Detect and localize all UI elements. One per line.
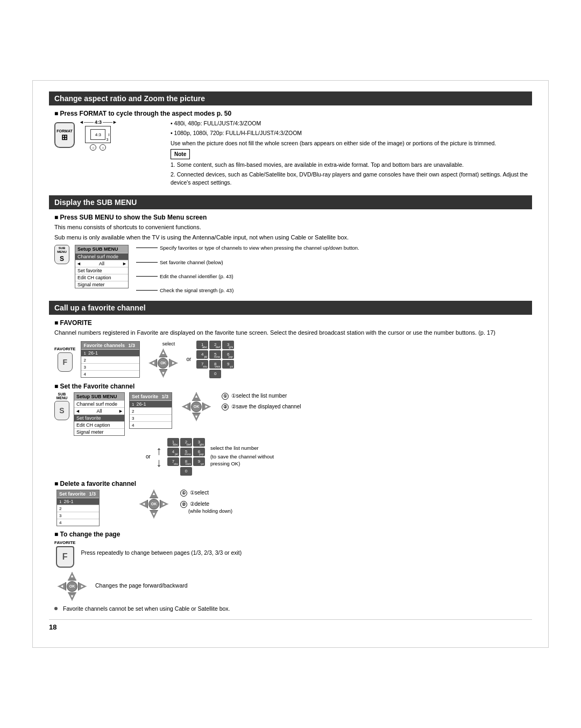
- dpad-up[interactable]: ▲: [159, 349, 167, 357]
- menu-item-channel-surf: Channel surf mode: [75, 253, 128, 260]
- section-aspect-ratio: Change aspect ratio and Zoom the picture…: [49, 91, 532, 188]
- ann1: Specify favorites or type of channels to…: [160, 245, 359, 251]
- set-fav-dpad[interactable]: ▲ ▼ ◄ ► OK: [182, 392, 211, 421]
- del-fav-dpad-up[interactable]: ▲: [150, 490, 158, 498]
- fav-remote: F: [58, 352, 73, 372]
- ann4: Check the signal strength (p. 43): [160, 287, 233, 293]
- fav-remote-label: FAVORITE: [54, 347, 75, 351]
- num-7[interactable]: 7stu: [196, 360, 208, 369]
- del-fav-box: Set favorite 1/3 126-1 2 3 4: [56, 490, 100, 526]
- del-fav-item-4: 4: [57, 519, 99, 526]
- del-step2: ② ②delete (while holding down): [180, 501, 232, 514]
- del-fav-box-header: Set favorite 1/3: [57, 490, 99, 498]
- num2-4[interactable]: 4jkl: [167, 448, 179, 456]
- set-fav-dpad-down[interactable]: ▼: [192, 413, 201, 421]
- submenu-diagram-area: SUBMENU S Setup SUB MENU Channel surf mo…: [54, 245, 532, 293]
- set-fav-dpad-left[interactable]: ◄: [182, 402, 190, 411]
- menu-item-edit-ch: Edit CH caption: [75, 274, 128, 281]
- del-fav-item-1: 126-1: [57, 498, 99, 505]
- change-page-row2: ▲ ▼ ◄ ► OK Changes the page forward/back…: [54, 572, 532, 601]
- num2-7[interactable]: 7stu: [167, 457, 179, 466]
- del-fav-dpad-ok[interactable]: OK: [148, 499, 159, 510]
- del-fav-dpad[interactable]: ▲ ▼ ◄ ► OK: [139, 490, 168, 519]
- fav-item-4: 4: [81, 370, 139, 377]
- num-4[interactable]: 4jkl: [196, 350, 208, 359]
- use-when-text: Use when the picture does not fill the w…: [171, 139, 532, 147]
- change-page-dpad-down[interactable]: ▼: [68, 592, 76, 601]
- ann2: Set favorite channel (below): [160, 259, 223, 265]
- dpad-ok[interactable]: OK: [158, 358, 168, 369]
- set-fav-menu-setfav: Set favorite: [74, 414, 124, 421]
- num2-2[interactable]: 2def: [180, 438, 192, 447]
- set-fav-menu-header: Setup SUB MENU: [74, 393, 124, 400]
- change-page-row1: FAVORITE F Press repeatedly to change be…: [54, 540, 532, 568]
- fav-box-header: Favorite channels 1/3: [81, 342, 139, 349]
- section-submenu: Display the SUB MENU ■ Press SUB MENU to…: [49, 195, 532, 293]
- num-3[interactable]: 3ghi: [222, 341, 234, 349]
- format-text-col: • 480i, 480p: FULL/JUST/4:3/ZOOM • 1080p…: [171, 119, 532, 188]
- set-fav-box: Set favorite 1/3 126-1 2 3 4: [129, 392, 172, 429]
- subsection1-title: ■ Press FORMAT to cycle through the aspe…: [54, 110, 532, 117]
- set-fav-or-row: or ↑ ↓ 1abc 2def 3ghi 4jk: [146, 438, 532, 476]
- num-5[interactable]: 5mno: [209, 350, 221, 359]
- dpad-right[interactable]: ►: [169, 359, 178, 367]
- del-fav-dpad-right[interactable]: ►: [160, 500, 168, 508]
- num2-0[interactable]: 0: [180, 467, 192, 476]
- menu-box-header: Setup SUB MENU: [75, 245, 128, 253]
- set-fav-menu-all: ◄All►: [74, 407, 124, 414]
- desc1: This menu consists of shortcuts to conve…: [54, 223, 532, 231]
- num-0[interactable]: 0: [209, 370, 221, 378]
- screen-diagram: 4:3 I 3: [85, 126, 111, 143]
- dpad-down[interactable]: ▼: [159, 369, 167, 378]
- numpad-row2: 1abc 2def 3ghi 4jkl 5mno 6pqr 7stu 8vwx: [167, 438, 205, 476]
- change-page-dpad[interactable]: ▲ ▼ ◄ ► OK: [58, 572, 87, 601]
- num2-9[interactable]: 9yz: [193, 457, 205, 466]
- set-fav-dpad-right[interactable]: ►: [202, 402, 211, 411]
- note1: 1. Some content, such as film-based movi…: [171, 161, 532, 169]
- num2-1[interactable]: 1abc: [167, 438, 179, 447]
- section1-header: Change aspect ratio and Zoom the picture: [49, 91, 532, 105]
- num-8[interactable]: 8vwx: [209, 360, 221, 369]
- change-page-dpad-ok[interactable]: OK: [67, 581, 77, 592]
- set-fav-item-2: 2: [130, 407, 172, 414]
- menu-annotations: Specify favorites or type of channels to…: [136, 245, 359, 293]
- del-fav-dpad-down[interactable]: ▼: [150, 510, 158, 519]
- section3-header: Call up a favorite channel: [49, 301, 532, 315]
- del-fav-item-3: 3: [57, 512, 99, 519]
- submenu-remote: SUBMENU S: [54, 245, 69, 264]
- footer-note: Favorite channels cannot be set when usi…: [63, 605, 230, 612]
- change-page-dpad-up[interactable]: ▲: [68, 572, 76, 581]
- num2-5[interactable]: 5mno: [180, 448, 192, 456]
- fav-desc: Channel numbers registered in Favorite a…: [54, 329, 532, 337]
- section2-header: Display the SUB MENU: [49, 195, 532, 209]
- desc2: Sub menu is only available when the TV i…: [54, 234, 532, 242]
- or2-label: or: [146, 454, 151, 460]
- set-fav-item-3: 3: [130, 414, 172, 421]
- fav-channels-box: Favorite channels 1/3 126-1 2 3 4: [81, 341, 140, 378]
- num-6[interactable]: 6pqr: [222, 350, 234, 359]
- set-fav-dpad-up[interactable]: ▲: [192, 392, 201, 401]
- set-fav-title: ■ Set the Favorite channel: [54, 383, 532, 390]
- format-remote-icon: FORMAT ⊞: [54, 122, 75, 148]
- dpad-select[interactable]: ▲ ▼ ◄ ► OK: [148, 349, 178, 378]
- change-page-dpad-right[interactable]: ►: [78, 582, 87, 591]
- favorite-diagram-area: FAVORITE F Favorite channels 1/3 126-1: [54, 341, 532, 378]
- num2-8[interactable]: 8vwx: [180, 457, 192, 466]
- num2-3[interactable]: 3ghi: [193, 438, 205, 447]
- bullet1: • 480i, 480p: FULL/JUST/4:3/ZOOM: [171, 119, 532, 128]
- change-page-dpad-left[interactable]: ◄: [58, 582, 66, 591]
- num2-6[interactable]: 6pqr: [193, 448, 205, 456]
- del-step1: ① ①select: [180, 490, 232, 497]
- dpad-left[interactable]: ◄: [148, 359, 157, 367]
- fav-item-2: 2: [81, 356, 139, 363]
- set-fav-item-1: 126-1: [130, 400, 172, 407]
- up-down-arrows: ↑ ↓: [156, 445, 162, 469]
- change-page-desc: Press repeatedly to change between pages…: [81, 549, 242, 557]
- change-page-desc2: Changes the page forward/backward: [95, 582, 188, 590]
- num-9[interactable]: 9yz: [222, 360, 234, 369]
- num-1[interactable]: 1abc: [196, 341, 208, 349]
- del-fav-dpad-left[interactable]: ◄: [139, 500, 148, 508]
- set-fav-dpad-ok[interactable]: OK: [191, 401, 202, 412]
- num-2[interactable]: 2def: [209, 341, 221, 349]
- bullet-dot: [54, 607, 58, 610]
